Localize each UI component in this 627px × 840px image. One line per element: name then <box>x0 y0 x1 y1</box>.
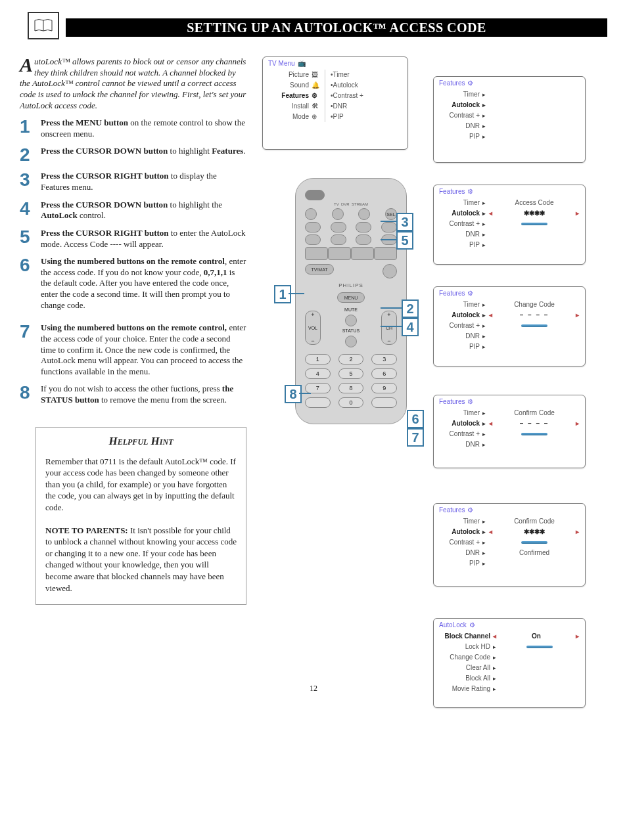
callout-1: 1 <box>274 285 291 303</box>
number-key[interactable]: 7 <box>305 383 331 393</box>
step-item: 1Press the MENU button on the remote con… <box>20 118 246 139</box>
number-key[interactable]: 8 <box>338 383 364 393</box>
book-icon <box>28 12 59 39</box>
callout-5: 5 <box>396 231 413 250</box>
number-key[interactable]: 1 <box>305 354 331 365</box>
hint-paragraph-1: Remember that 0711 is the default AutoLo… <box>45 456 237 514</box>
osd-tv-menu: TV Menu 📺 Picture 🖼 Sound 🔔 Features ⚙ I… <box>262 56 408 150</box>
step-item: 2Press the CURSOR DOWN button to highlig… <box>20 146 246 164</box>
mute-button[interactable] <box>345 315 357 326</box>
osd-autolock-menu: AutoLock ⚙ Block Channel◂On▸ Lock HD▸ Ch… <box>433 618 586 708</box>
remote-control-illustration: TV DVR STREAM SEL TV/MAT PHILIPS MENU +V… <box>295 178 407 424</box>
number-key[interactable]: 4 <box>305 368 331 379</box>
number-key[interactable] <box>305 397 331 408</box>
status-button[interactable] <box>345 336 357 347</box>
step-list: 1Press the MENU button on the remote con… <box>20 118 246 406</box>
callout-7: 7 <box>407 428 424 447</box>
intro-paragraph: A utoLock™ allows parents to block out o… <box>20 56 246 111</box>
step-item: 4Press the CURSOR DOWN button to highlig… <box>20 200 246 221</box>
callout-2: 2 <box>402 299 419 318</box>
menu-button[interactable]: MENU <box>337 292 365 303</box>
helpful-hint-box: Helpful Hint Remember that 0711 is the d… <box>35 427 246 606</box>
callout-8: 8 <box>285 385 302 403</box>
osd-features-confirmed: Features ⚙ Timer▸Confirm Code Autolock▸◂… <box>433 503 586 586</box>
step-item: 3Press the CURSOR RIGHT button to displa… <box>20 171 246 192</box>
channel-rocker[interactable]: +CH− <box>381 311 397 345</box>
number-key[interactable]: 6 <box>371 368 397 379</box>
number-key[interactable]: 5 <box>338 368 364 379</box>
number-key[interactable]: 2 <box>338 354 364 365</box>
volume-rocker[interactable]: +VOL− <box>305 311 321 345</box>
hint-paragraph-2: NOTE TO PARENTS: It isn't possible for y… <box>45 525 237 594</box>
remote-brand: PHILIPS <box>305 282 397 288</box>
osd-features-access-code: Features ⚙ Timer▸Access Code Autolock▸◂✱… <box>433 185 586 265</box>
helpful-hint-title: Helpful Hint <box>45 434 237 449</box>
osd-features-change-code: Features ⚙ Timer▸Change Code Autolock▸◂–… <box>433 286 586 366</box>
number-pad[interactable]: 1234567890 <box>305 354 397 408</box>
number-key[interactable]: 9 <box>371 383 397 393</box>
step-item: 7Using the numbered buttons on the remot… <box>20 322 246 377</box>
page-title: SETTING UP AN AUTOLOCK™ ACCESS CODE <box>66 18 607 37</box>
osd-features-confirm-code: Features ⚙ Timer▸Confirm Code Autolock▸◂… <box>433 395 586 468</box>
number-key[interactable]: 0 <box>338 397 364 408</box>
osd-features-1: Features ⚙ Timer▸ Autolock▸ Contrast +▸ … <box>433 76 586 163</box>
number-key[interactable]: 3 <box>371 354 397 365</box>
number-key[interactable] <box>371 397 397 408</box>
callout-3: 3 <box>396 213 413 231</box>
callout-6: 6 <box>407 410 424 428</box>
step-item: 8If you do not wish to access the other … <box>20 384 246 405</box>
callout-4: 4 <box>402 318 419 336</box>
header: SETTING UP AN AUTOLOCK™ ACCESS CODE <box>20 18 607 37</box>
step-item: 5Press the CURSOR RIGHT button to enter … <box>20 228 246 250</box>
step-item: 6Using the numbered buttons on the remot… <box>20 256 246 311</box>
